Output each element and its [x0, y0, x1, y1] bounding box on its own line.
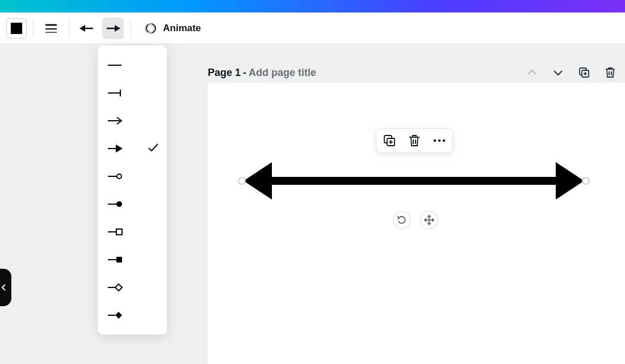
selection-floating-toolbar	[376, 128, 453, 153]
line-end-open-square-icon	[107, 224, 123, 240]
page-title-separator: -	[243, 67, 246, 79]
page-down-button[interactable]	[550, 65, 566, 81]
svg-rect-20	[116, 229, 122, 235]
line-end-option-solid-square[interactable]	[98, 246, 167, 273]
svg-point-41	[434, 139, 436, 142]
svg-point-18	[116, 201, 122, 207]
more-options-button[interactable]	[432, 133, 447, 148]
arrow-body	[265, 177, 563, 185]
animate-button[interactable]: Animate	[138, 18, 208, 39]
duplicate-icon	[383, 134, 396, 147]
line-start-handle[interactable]	[238, 177, 246, 185]
arrow-head-right	[556, 162, 584, 200]
move-handle[interactable]	[420, 211, 438, 229]
line-end-option-solid-diamond[interactable]	[98, 301, 167, 329]
line-end-dropdown	[98, 45, 167, 335]
line-end-option-solid-arrow[interactable]	[98, 134, 167, 162]
chevron-up-icon	[527, 69, 537, 76]
line-end-button[interactable]	[102, 18, 124, 39]
svg-rect-22	[116, 257, 122, 263]
page-title: Page 1	[208, 67, 241, 79]
svg-marker-24	[115, 284, 122, 291]
line-end-option-solid-circle[interactable]	[98, 190, 167, 218]
duplicate-page-button[interactable]	[576, 65, 592, 81]
line-end-option-open-square[interactable]	[98, 218, 167, 246]
more-icon	[433, 139, 446, 142]
line-style-icon	[45, 23, 57, 33]
rotate-handle[interactable]	[393, 211, 411, 229]
context-toolbar: Animate	[0, 12, 625, 44]
svg-point-42	[438, 139, 441, 142]
line-end-option-open-diamond[interactable]	[98, 273, 167, 301]
page-up-button[interactable]	[524, 65, 540, 81]
color-swatch-button[interactable]	[7, 19, 26, 38]
trash-icon	[605, 67, 615, 78]
trash-icon	[409, 134, 420, 147]
page-controls	[524, 65, 625, 81]
line-end-solid-arrow-icon	[107, 141, 123, 156]
line-start-button[interactable]	[76, 18, 98, 39]
line-end-solid-circle-icon	[107, 196, 123, 212]
chevron-left-icon	[1, 283, 7, 291]
delete-button[interactable]	[407, 133, 422, 148]
line-end-handle[interactable]	[582, 177, 590, 185]
duplicate-button[interactable]	[382, 133, 397, 148]
rotate-icon	[397, 215, 407, 225]
svg-point-16	[117, 174, 121, 179]
delete-page-button[interactable]	[602, 65, 618, 81]
double-arrow-shape[interactable]	[241, 155, 587, 206]
svg-marker-6	[115, 25, 120, 32]
move-icon	[424, 215, 434, 225]
line-end-option-open-circle[interactable]	[98, 162, 167, 190]
line-end-open-circle-icon	[107, 168, 123, 184]
line-end-open-arrow-icon	[107, 113, 123, 129]
duplicate-icon	[578, 67, 590, 78]
toolbar-divider	[131, 20, 131, 36]
page-subtitle-input[interactable]: Add page title	[249, 67, 316, 79]
line-end-open-diamond-icon	[107, 280, 123, 295]
chevron-down-icon	[553, 69, 563, 76]
line-end-solid-square-icon	[107, 252, 123, 268]
line-end-option-bar[interactable]	[98, 79, 167, 107]
arrow-left-icon	[79, 24, 94, 33]
selection-transform-controls	[393, 211, 438, 229]
line-end-solid-diamond-icon	[107, 307, 123, 323]
page-header: Page 1 - Add page title	[208, 64, 625, 82]
line-end-option-open-arrow[interactable]	[98, 107, 167, 134]
check-icon	[148, 143, 159, 154]
animate-label: Animate	[163, 23, 201, 34]
line-end-none-icon	[107, 57, 123, 73]
svg-marker-4	[79, 25, 85, 32]
toolbar-divider	[33, 20, 33, 36]
line-end-bar-icon	[107, 85, 123, 101]
line-end-option-none[interactable]	[98, 51, 167, 79]
line-style-button[interactable]	[40, 18, 62, 39]
animate-icon	[145, 22, 157, 35]
app-header-gradient	[0, 0, 625, 12]
svg-marker-26	[115, 312, 122, 319]
arrow-right-icon	[106, 24, 120, 33]
toolbar-divider	[69, 20, 69, 36]
svg-point-43	[443, 139, 445, 142]
svg-marker-14	[116, 145, 123, 153]
expand-side-panel-button[interactable]	[0, 269, 11, 306]
